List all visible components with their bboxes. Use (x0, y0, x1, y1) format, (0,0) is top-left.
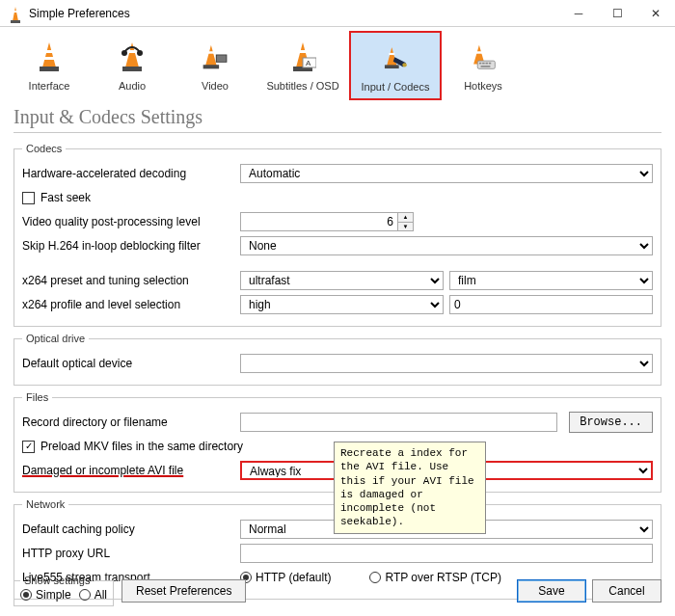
svg-rect-1 (14, 11, 17, 13)
svg-rect-31 (485, 63, 487, 65)
group-codecs: Codecs Hardware-accelerated decoding Aut… (14, 143, 662, 327)
svg-rect-28 (477, 61, 495, 68)
select-hw-decode[interactable]: Automatic (240, 164, 653, 183)
svg-rect-9 (122, 67, 142, 71)
svg-rect-8 (128, 50, 136, 53)
input-proxy[interactable] (240, 544, 653, 563)
select-skip-h264[interactable]: None (240, 236, 653, 255)
tab-subtitles[interactable]: A Subtitles / OSD (256, 31, 349, 100)
maximize-button[interactable]: ☐ (598, 0, 636, 27)
svg-rect-4 (45, 50, 53, 53)
label-preload-mkv: Preload MKV files in the same directory (40, 440, 243, 453)
tab-hotkeys[interactable]: Hotkeys (442, 31, 525, 100)
label-default-optical: Default optical device (22, 357, 240, 370)
legend-network: Network (22, 498, 68, 510)
legend-optical: Optical drive (22, 333, 89, 344)
svg-rect-2 (11, 20, 20, 23)
label-post-proc: Video quality post-processing level (22, 215, 240, 228)
group-show-settings: Show settings Simple All (14, 575, 114, 606)
label-proxy: HTTP proxy URL (22, 547, 240, 560)
tab-input-codecs[interactable]: Input / Codecs (349, 31, 442, 100)
label-fast-seek: Fast seek (40, 191, 91, 204)
group-optical: Optical drive Default optical device (14, 333, 662, 386)
label-x264-preset: x264 preset and tuning selection (22, 274, 240, 287)
svg-marker-22 (387, 47, 396, 66)
svg-point-10 (122, 50, 127, 56)
radio-simple[interactable]: Simple (20, 588, 71, 602)
browse-button[interactable]: Browse... (569, 412, 653, 433)
svg-rect-27 (476, 51, 483, 53)
close-button[interactable]: ✕ (636, 0, 675, 27)
tab-audio[interactable]: Audio (91, 31, 174, 100)
svg-rect-30 (482, 63, 484, 65)
input-post-proc[interactable] (240, 212, 398, 231)
svg-marker-3 (42, 42, 56, 67)
svg-rect-6 (40, 67, 59, 71)
app-icon (8, 6, 23, 21)
content: Codecs Hardware-accelerated decoding Aut… (0, 137, 675, 600)
svg-point-25 (402, 63, 406, 67)
svg-text:A: A (306, 59, 311, 67)
spinner-post-proc[interactable]: ▲▼ (398, 212, 414, 231)
minimize-button[interactable]: ─ (559, 0, 598, 27)
tooltip-avi: Recreate a index for the AVI file. Use t… (334, 442, 486, 534)
select-default-optical[interactable] (240, 354, 653, 373)
legend-show-settings: Show settings (20, 575, 94, 586)
cone-input-icon (382, 41, 409, 74)
select-x264-tune[interactable]: film (449, 271, 653, 290)
select-x264-preset[interactable]: ultrafast (240, 271, 444, 290)
label-caching: Default caching policy (22, 522, 240, 536)
window-title: Simple Preferences (29, 7, 559, 20)
legend-codecs: Codecs (22, 143, 66, 154)
input-x264-level[interactable] (449, 295, 653, 314)
svg-rect-13 (208, 51, 215, 53)
label-x264-profile: x264 profile and level selection (22, 298, 240, 311)
tab-video[interactable]: Video (174, 31, 256, 100)
svg-marker-7 (125, 42, 139, 67)
svg-rect-18 (299, 50, 307, 53)
cancel-button[interactable]: Cancel (592, 579, 662, 603)
cone-film-icon (202, 40, 229, 73)
input-record-dir[interactable] (240, 413, 557, 432)
svg-marker-0 (13, 7, 18, 21)
svg-point-11 (137, 50, 143, 56)
svg-rect-33 (481, 66, 491, 67)
preferences-tabs: Interface Audio Video A Subtitles / OSD … (0, 27, 675, 100)
cone-icon (36, 40, 63, 73)
select-x264-profile[interactable]: high (240, 295, 444, 314)
svg-rect-32 (489, 63, 491, 65)
footer: Show settings Simple All Reset Preferenc… (0, 569, 675, 616)
label-record-dir: Record directory or filename (22, 415, 240, 429)
svg-marker-12 (205, 45, 217, 66)
radio-all[interactable]: All (79, 588, 107, 602)
label-hw-decode: Hardware-accelerated decoding (22, 167, 240, 180)
cone-text-icon: A (289, 40, 316, 73)
svg-rect-16 (217, 55, 227, 62)
svg-rect-5 (44, 57, 54, 60)
save-button[interactable]: Save (517, 579, 586, 603)
reset-button[interactable]: Reset Preferences (122, 579, 246, 603)
label-skip-h264: Skip H.264 in-loop deblocking filter (22, 239, 240, 253)
checkbox-fast-seek[interactable] (22, 192, 35, 204)
svg-rect-14 (203, 65, 219, 68)
svg-rect-24 (385, 65, 399, 68)
tab-interface[interactable]: Interface (8, 31, 91, 100)
svg-rect-29 (479, 63, 481, 65)
titlebar: Simple Preferences ─ ☐ ✕ (0, 0, 675, 27)
cone-keyboard-icon (470, 40, 497, 73)
legend-files: Files (22, 391, 52, 403)
svg-rect-23 (389, 53, 394, 55)
page-title: Input & Codecs Settings (14, 106, 662, 133)
label-avi-damaged: Damaged or incomplete AVI file (22, 464, 240, 477)
cone-headphones-icon (119, 40, 146, 73)
checkbox-preload-mkv[interactable]: ✓ (22, 441, 35, 453)
